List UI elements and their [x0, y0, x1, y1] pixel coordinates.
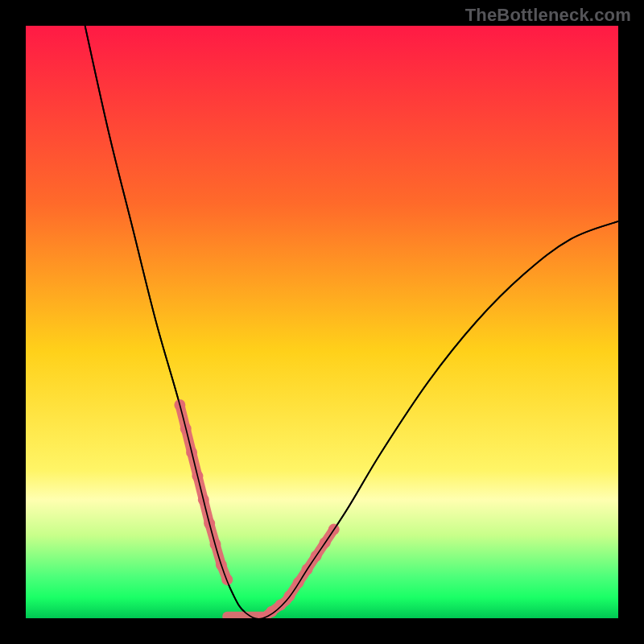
- chart-stage: TheBottleneck.com: [0, 0, 644, 644]
- watermark-text: TheBottleneck.com: [465, 5, 631, 26]
- gradient-background: [26, 26, 618, 618]
- highlight-dot: [275, 599, 286, 610]
- bottleneck-chart: [26, 26, 618, 618]
